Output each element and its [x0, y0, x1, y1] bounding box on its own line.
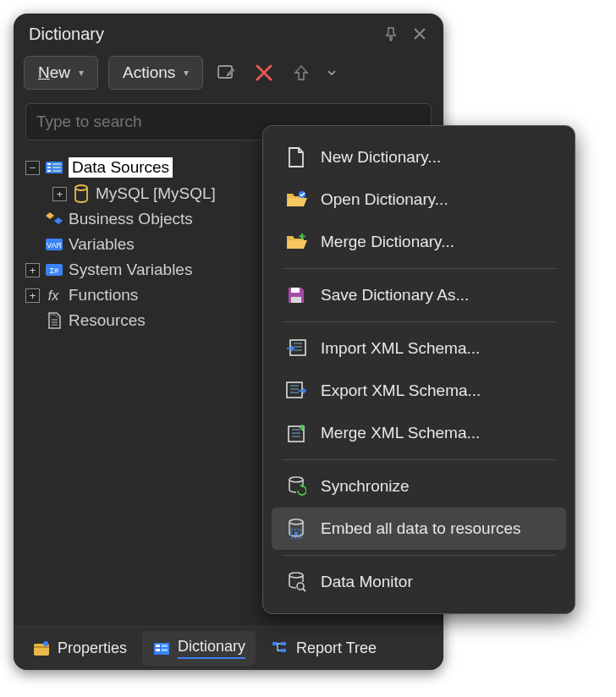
tree-label: System Variables — [69, 261, 192, 279]
svg-rect-25 — [291, 288, 300, 293]
svg-rect-4 — [47, 170, 51, 172]
dictionary-icon — [152, 639, 171, 658]
database-icon — [72, 184, 91, 203]
menu-label: Save Dictionary As... — [321, 286, 469, 305]
system-variables-icon: Σ# — [45, 261, 63, 279]
delete-icon[interactable] — [250, 59, 278, 86]
menu-item-synchronize[interactable]: Synchronize — [272, 465, 566, 508]
tree-label: Data Sources — [69, 157, 173, 178]
menu-label: Embed all data to resources — [321, 519, 521, 538]
tree-label: MySQL [MySQL] — [96, 184, 216, 203]
svg-text:VAR: VAR — [47, 241, 62, 250]
expand-icon[interactable]: + — [25, 288, 40, 303]
svg-rect-20 — [162, 649, 168, 651]
svg-rect-5 — [52, 163, 61, 165]
tab-label: Properties — [58, 639, 127, 657]
menu-separator — [282, 268, 556, 269]
svg-text:Σ#: Σ# — [50, 266, 59, 275]
svg-rect-2 — [47, 163, 51, 165]
bottom-tabs: Properties Dictionary Report Tree — [14, 626, 443, 670]
svg-rect-6 — [52, 167, 61, 168]
svg-rect-19 — [162, 645, 168, 647]
svg-rect-18 — [156, 649, 160, 651]
svg-rect-17 — [156, 645, 160, 647]
menu-label: Export XML Schema... — [321, 381, 481, 400]
properties-icon — [32, 639, 51, 658]
expand-icon[interactable]: + — [25, 263, 40, 277]
merge-xml-icon — [285, 422, 307, 444]
export-xml-icon — [285, 380, 307, 402]
tab-report-tree[interactable]: Report Tree — [261, 633, 387, 665]
edit-icon[interactable] — [213, 59, 240, 86]
save-icon — [285, 284, 307, 306]
pin-icon[interactable] — [381, 24, 401, 44]
svg-rect-23 — [281, 649, 286, 652]
menu-label: New Dictionary... — [321, 148, 441, 167]
menu-item-save-dictionary-as[interactable]: Save Dictionary As... — [272, 274, 566, 316]
chevron-down-icon: ▾ — [184, 67, 189, 79]
tab-dictionary[interactable]: Dictionary — [142, 631, 256, 666]
import-xml-icon — [285, 338, 307, 359]
embed-data-icon — [285, 518, 307, 540]
open-folder-icon — [285, 189, 307, 211]
svg-point-30 — [289, 477, 303, 482]
toolbar: New ▾ Actions ▾ — [14, 51, 443, 95]
panel-header: Dictionary — [14, 14, 443, 51]
menu-item-import-xml[interactable]: Import XML Schema... — [272, 327, 566, 370]
actions-context-menu: New Dictionary... Open Dictionary... Mer… — [262, 125, 575, 614]
menu-item-merge-dictionary[interactable]: Merge Dictionary... — [272, 221, 566, 263]
expand-icon[interactable]: + — [52, 187, 67, 201]
menu-label: Merge Dictionary... — [321, 233, 454, 251]
menu-label: Merge XML Schema... — [321, 424, 480, 442]
svg-point-24 — [299, 191, 305, 198]
svg-rect-28 — [287, 382, 302, 398]
menu-item-open-dictionary[interactable]: Open Dictionary... — [272, 178, 566, 221]
svg-point-8 — [75, 185, 87, 190]
functions-icon: fx — [45, 286, 63, 305]
svg-rect-26 — [291, 297, 301, 303]
tree-label: Business Objects — [69, 210, 193, 228]
merge-folder-icon — [285, 231, 307, 253]
datasource-icon — [45, 158, 63, 177]
svg-text:fx: fx — [48, 288, 59, 303]
new-file-icon — [285, 146, 307, 168]
variables-icon: VAR — [45, 235, 63, 254]
data-monitor-icon — [285, 571, 307, 593]
menu-label: Open Dictionary... — [321, 190, 448, 209]
menu-label: Import XML Schema... — [321, 339, 480, 358]
svg-rect-3 — [47, 167, 51, 168]
svg-rect-33 — [294, 532, 298, 535]
menu-item-merge-xml[interactable]: Merge XML Schema... — [272, 412, 566, 454]
tree-label: Resources — [69, 311, 146, 330]
tab-label: Report Tree — [296, 639, 377, 657]
svg-rect-22 — [281, 642, 286, 645]
panel-title: Dictionary — [29, 25, 372, 44]
svg-rect-21 — [272, 642, 278, 645]
new-button[interactable]: New ▾ — [24, 56, 98, 90]
menu-label: Synchronize — [321, 477, 410, 496]
menu-item-data-monitor[interactable]: Data Monitor — [272, 561, 566, 603]
business-objects-icon — [45, 210, 63, 228]
svg-point-34 — [289, 573, 303, 578]
menu-separator — [282, 321, 556, 322]
menu-label: Data Monitor — [321, 573, 413, 591]
tree-label: Variables — [69, 235, 135, 254]
up-arrow-icon[interactable] — [288, 59, 315, 86]
menu-separator — [282, 555, 556, 556]
menu-item-export-xml[interactable]: Export XML Schema... — [272, 370, 566, 412]
tab-properties[interactable]: Properties — [22, 633, 137, 665]
menu-item-new-dictionary[interactable]: New Dictionary... — [272, 136, 566, 178]
svg-rect-7 — [52, 170, 61, 172]
menu-separator — [282, 459, 556, 460]
actions-button[interactable]: Actions ▾ — [108, 56, 203, 90]
menu-item-embed-all-data[interactable]: Embed all data to resources — [272, 508, 566, 550]
svg-point-35 — [297, 583, 304, 590]
svg-point-15 — [43, 641, 48, 646]
chevron-down-icon[interactable] — [325, 59, 338, 86]
chevron-down-icon: ▾ — [79, 67, 84, 79]
synchronize-icon — [285, 475, 307, 497]
svg-point-31 — [289, 519, 303, 524]
close-icon[interactable] — [410, 24, 430, 44]
collapse-icon[interactable]: − — [25, 161, 40, 175]
resources-icon — [45, 311, 63, 330]
